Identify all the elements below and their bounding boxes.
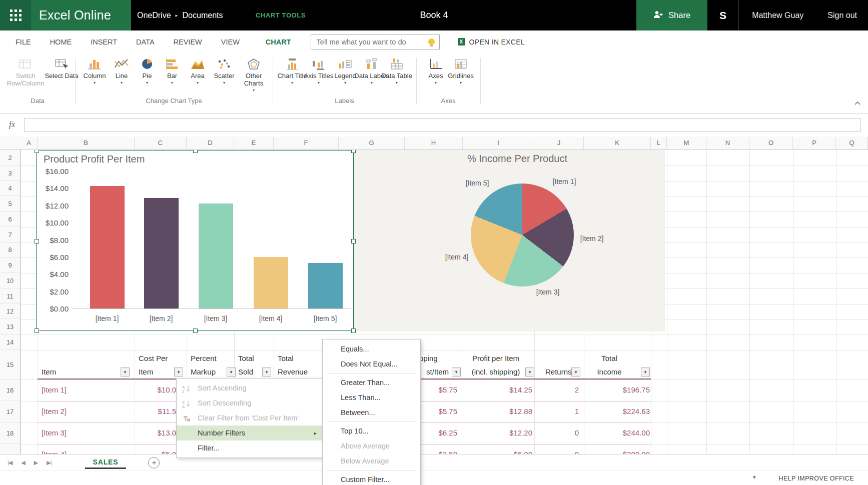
row-header-4[interactable]: 4 [0,181,20,196]
table-header-sold-line2[interactable]: Sold [238,366,253,378]
table-header-item[interactable]: Item [42,366,56,378]
cell-returns[interactable]: 2 [540,384,579,396]
column-header-D[interactable]: D [187,136,234,150]
row-header-11[interactable]: 11 [0,288,20,304]
column-header-O[interactable]: O [749,136,793,150]
cell-shipping[interactable]: $5.75 [420,406,457,417]
filter-button-item[interactable]: ▾ [121,368,130,376]
cell-item[interactable]: [Item 2] [42,406,117,417]
select-data-button[interactable]: Select Data [44,56,79,80]
row-header-18[interactable]: 18 [0,422,20,444]
table-header-cost-line1[interactable]: Cost Per [139,353,168,364]
row-header-8[interactable]: 8 [0,242,20,258]
tell-me-input[interactable] [316,38,424,46]
tab-data[interactable]: DATA [127,38,164,46]
table-header-profit-line2[interactable]: (incl. shipping) [463,366,529,378]
table-header-income-line1[interactable]: Total [587,353,632,364]
workbook-title[interactable]: Book 4 [420,0,448,30]
cell-income[interactable]: $224.63 [590,406,650,417]
tab-insert[interactable]: INSERT [81,38,127,46]
row-header-15[interactable]: 15 [0,350,20,380]
column-header-F[interactable]: F [274,136,339,150]
breadcrumb-documents[interactable]: Documents [183,11,223,20]
submenu-item-less-than[interactable]: Less Than... [323,390,420,405]
menu-item-number-filters[interactable]: Number Filters ▸ [177,426,323,440]
table-header-returns[interactable]: Returns [545,366,572,378]
tab-file[interactable]: FILE [6,38,41,46]
column-header-B[interactable]: B [38,136,135,150]
formula-input[interactable] [24,118,861,132]
gridlines-button[interactable]: Gridlines ▾ [443,56,478,85]
table-header-revenue-line1[interactable]: Total [278,353,294,364]
column-header-C[interactable]: C [135,136,187,150]
table-header-revenue-line2[interactable]: Revenue [278,366,308,378]
column-header-N[interactable]: N [706,136,749,150]
row-header-10[interactable]: 10 [0,273,20,288]
menu-item-filter[interactable]: Filter... [177,440,323,456]
cell-item[interactable]: [Item 1] [42,384,117,396]
row-header-14[interactable]: 14 [0,334,20,350]
cell-income[interactable]: $196.75 [590,384,650,396]
column-header-M[interactable]: M [667,136,706,150]
column-header-H[interactable]: H [405,136,463,150]
cell-returns[interactable]: 1 [540,406,579,417]
filter-button-total-sold[interactable]: ▾ [262,368,271,376]
table-header-profit-line1[interactable]: Profit per Item [463,353,529,364]
submenu-item-between[interactable]: Between... [323,405,420,420]
sign-out-link[interactable]: Sign out [816,0,868,30]
column-header-E[interactable]: E [234,136,274,150]
table-header-markup-line1[interactable]: Percent [191,353,217,364]
table-header-income-line2[interactable]: Income [587,366,632,378]
app-launcher-button[interactable] [0,0,31,30]
cell-profit[interactable]: $12.20 [475,428,532,438]
filter-button-shipping-cost[interactable]: ▾ [452,368,461,376]
column-header-I[interactable]: I [463,136,534,150]
cell-income[interactable]: $244.00 [590,428,650,438]
collapse-ribbon-button[interactable] [854,98,861,107]
cell-returns[interactable]: 0 [540,428,579,438]
row-header-5[interactable]: 5 [0,196,20,212]
open-in-excel-button[interactable]: X OPEN IN EXCEL [458,38,525,46]
share-button[interactable]: Share [636,0,707,30]
previous-sheet-button[interactable]: ◀ [17,460,29,466]
cell-item[interactable]: [Item 3] [42,428,117,438]
next-sheet-button[interactable]: ▶ [30,460,42,466]
tab-review[interactable]: REVIEW [164,38,212,46]
filter-button-cost-per-item[interactable]: ▾ [174,368,183,376]
submenu-item-equals[interactable]: Equals... [323,342,420,356]
submenu-item-greater-than[interactable]: Greater Than... [323,375,420,390]
last-sheet-button[interactable]: ▶| [42,460,56,466]
table-header-shipping-line2[interactable]: st/Item [426,366,449,378]
row-header-3[interactable]: 3 [0,166,20,181]
cell-shipping[interactable]: $6.25 [420,428,457,438]
submenu-item-top-10[interactable]: Top 10... [323,424,420,438]
table-header-markup-line2[interactable]: Markup [191,366,216,378]
row-header-16[interactable]: 16 [0,380,20,401]
cell-cost[interactable]: $10.0 [135,384,176,396]
skype-button[interactable]: S [707,0,738,30]
breadcrumb-onedrive[interactable]: OneDrive [137,11,171,20]
tab-chart[interactable]: CHART [256,38,301,46]
row-header-9[interactable]: 9 [0,258,20,273]
data-table-button[interactable]: Data Table ▾ [379,56,414,85]
sheet-tab-sales[interactable]: SALES [85,456,127,469]
column-header-K[interactable]: K [584,136,651,150]
cell-shipping[interactable]: $5.75 [420,384,457,396]
row-header-2[interactable]: 2 [0,150,20,166]
filter-button-profit-per-item[interactable]: ▾ [525,368,534,376]
row-header-17[interactable]: 17 [0,401,20,422]
row-header-7[interactable]: 7 [0,227,20,242]
column-header-Q[interactable]: Q [836,136,868,150]
row-header-13[interactable]: 13 [0,319,20,334]
help-improve-office-link[interactable]: HELP IMPROVE OFFICE [779,475,854,482]
row-header-12[interactable]: 12 [0,304,20,319]
table-header-shipping-line1[interactable]: pping [419,353,438,364]
tab-view[interactable]: VIEW [212,38,249,46]
user-name[interactable]: Matthew Guay [739,0,816,30]
submenu-item-custom-filter[interactable]: Custom Filter... [323,472,420,485]
cell-profit[interactable]: $14.25 [475,384,532,396]
column-header-G[interactable]: G [339,136,405,150]
add-sheet-button[interactable]: + [148,457,160,468]
table-header-cost-line2[interactable]: Item [139,366,153,378]
cell-profit[interactable]: $12.88 [475,406,532,417]
